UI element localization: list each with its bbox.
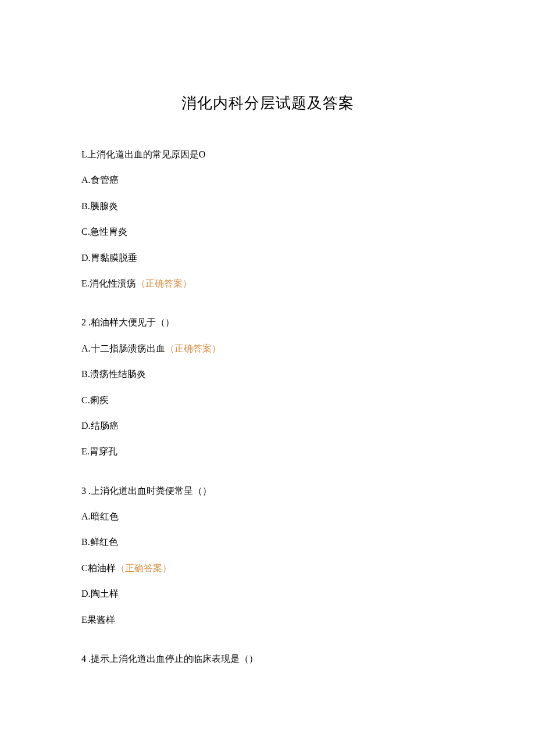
option-a: A.十二指肠溃疡出血（正确答案） [81,342,454,355]
option-c: C.急性胃炎 [81,225,454,238]
option-label: C柏油样 [81,563,116,573]
question-body: .提示上消化道出血停止的临床表现是（） [88,654,258,664]
question-1: L上消化道出血的常见原因是O A.食管癌 B.胰腺炎 C.急性胃炎 D.胃黏膜脱… [81,148,454,290]
option-b: B.鲜红色 [81,536,454,549]
question-4: 4.提示上消化道出血停止的临床表现是（） [81,653,454,665]
option-c: C柏油样（正确答案） [81,562,454,575]
option-label: A.十二指肠溃疡出血 [81,343,165,353]
question-3: 3.上消化道出血时粪便常呈（） A.暗红色 B.鲜红色 C柏油样（正确答案） D… [81,485,454,626]
option-e: E.胃穿孔 [81,445,454,458]
correct-answer-marker: （正确答案） [165,343,221,353]
option-c: C.痢疾 [81,394,454,407]
question-text: L上消化道出血的常见原因是O [81,148,454,161]
option-e: E.消化性溃疡（正确答案） [81,277,454,290]
question-text: 4.提示上消化道出血停止的临床表现是（） [81,653,454,665]
question-2: 2.柏油样大便见于（） A.十二指肠溃疡出血（正确答案） B.溃疡性结肠炎 C.… [81,316,454,458]
option-b: B.胰腺炎 [81,200,454,213]
option-d: D.胃黏膜脱垂 [81,252,454,264]
question-body: .柏油样大便见于（） [88,317,174,327]
question-number: 2 [81,317,88,327]
question-number: 3 [81,486,88,496]
option-label: E.消化性溃疡 [81,278,136,288]
option-a: A.暗红色 [81,510,454,523]
question-number: 4 [81,654,88,664]
question-body: .上消化道出血时粪便常呈（） [88,486,212,496]
option-d: D.陶土样 [81,587,454,600]
option-a: A.食管癌 [81,174,454,187]
option-b: B.溃疡性结肠炎 [81,368,454,381]
option-d: D.结肠癌 [81,420,454,432]
option-e: E果酱样 [81,614,454,626]
question-text: 2.柏油样大便见于（） [81,316,454,329]
page-title: 消化内科分层试题及答案 [81,93,454,113]
question-text: 3.上消化道出血时粪便常呈（） [81,485,454,497]
correct-answer-marker: （正确答案） [136,278,192,288]
correct-answer-marker: （正确答案） [116,563,172,573]
